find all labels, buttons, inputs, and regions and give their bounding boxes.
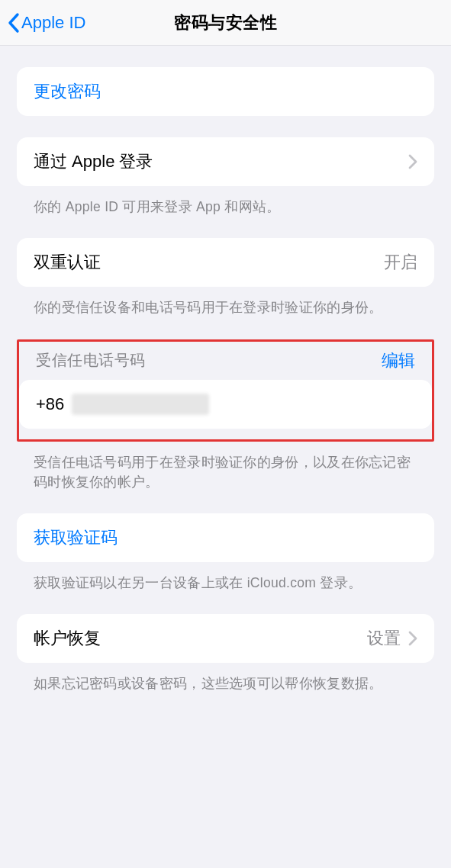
two-factor-footer: 你的受信任设备和电话号码用于在登录时验证你的身份。 [17, 297, 434, 317]
trusted-phone-header-title: 受信任电话号码 [36, 350, 146, 371]
get-code-footer: 获取验证码以在另一台设备上或在 iCloud.com 登录。 [17, 573, 434, 593]
signin-apple-label: 通过 Apple 登录 [34, 150, 153, 173]
account-recovery-card: 帐户恢复 设置 [17, 614, 434, 663]
trusted-phone-row[interactable]: +86 [19, 380, 432, 429]
chevron-right-icon [408, 631, 417, 646]
two-factor-card: 双重认证 开启 [17, 238, 434, 287]
change-password-card: 更改密码 [17, 67, 434, 116]
trusted-phone-header: 受信任电话号码 编辑 [19, 349, 432, 380]
get-code-label: 获取验证码 [34, 526, 118, 549]
two-factor-label: 双重认证 [34, 251, 101, 274]
chevron-right-icon [408, 154, 417, 169]
change-password-row[interactable]: 更改密码 [17, 67, 434, 116]
get-code-row[interactable]: 获取验证码 [17, 513, 434, 562]
account-recovery-label: 帐户恢复 [34, 627, 101, 650]
trusted-phone-redacted [72, 394, 209, 415]
navigation-bar: Apple ID 密码与安全性 [0, 0, 451, 46]
trusted-phone-highlight: 受信任电话号码 编辑 +86 [17, 339, 434, 442]
signin-apple-card: 通过 Apple 登录 [17, 137, 434, 186]
get-code-card: 获取验证码 [17, 513, 434, 562]
account-recovery-value: 设置 [367, 627, 401, 650]
trusted-phone-prefix: +86 [36, 394, 64, 414]
two-factor-row[interactable]: 双重认证 开启 [17, 238, 434, 287]
account-recovery-footer: 如果忘记密码或设备密码，这些选项可以帮你恢复数据。 [17, 674, 434, 693]
trusted-phone-footer: 受信任电话号码用于在登录时验证你的身份，以及在你忘记密码时恢复你的帐户。 [17, 452, 434, 493]
signin-apple-row[interactable]: 通过 Apple 登录 [17, 137, 434, 186]
trusted-phone-edit-button[interactable]: 编辑 [382, 349, 415, 372]
chevron-left-icon [8, 12, 20, 34]
signin-apple-footer: 你的 Apple ID 可用来登录 App 和网站。 [17, 197, 434, 217]
back-label: Apple ID [21, 13, 85, 33]
account-recovery-row[interactable]: 帐户恢复 设置 [17, 614, 434, 663]
change-password-label: 更改密码 [34, 80, 101, 103]
two-factor-value: 开启 [384, 251, 417, 274]
back-button[interactable]: Apple ID [8, 12, 85, 34]
trusted-phone-card: +86 [19, 380, 432, 429]
